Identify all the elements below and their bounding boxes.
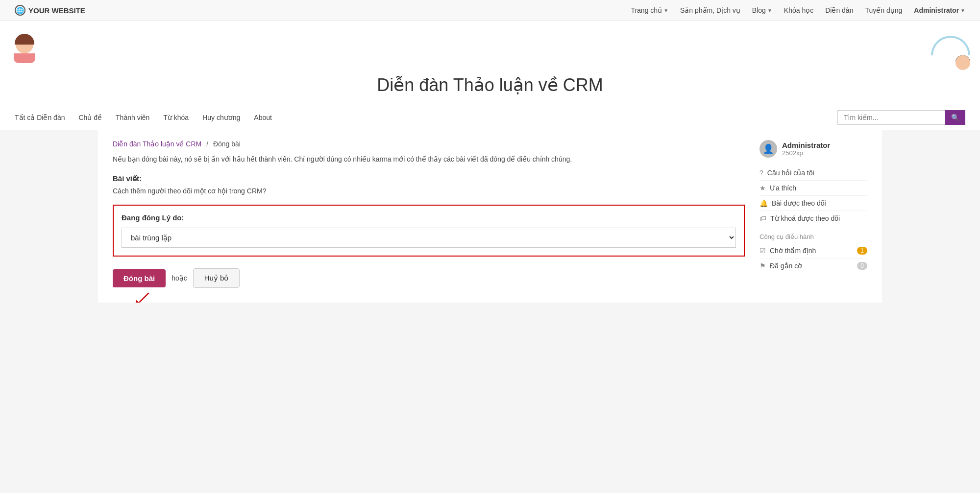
main-content: Diễn đàn Thảo luận về CRM / Đóng bài Nếu…	[113, 140, 745, 293]
sidebar-label-ua-thich: Ưa thích	[770, 184, 796, 192]
sub-nav-topics[interactable]: Chủ đề	[78, 114, 102, 121]
sub-nav-about[interactable]: About	[254, 114, 272, 121]
da-gan-co-badge: 0	[857, 262, 867, 270]
close-reason-select[interactable]: bài trùng lặp spam nội dung không phù hợ…	[122, 228, 736, 248]
question-icon: ?	[760, 169, 763, 177]
buttons-row: Đóng bài hoặc Huỷ bỏ	[113, 268, 745, 288]
logo-text: YOUR WEBSITE	[28, 6, 85, 15]
bell-icon: 🔔	[760, 199, 768, 207]
forum-header: Diễn đàn Thảo luận về CRM	[0, 21, 980, 105]
red-arrow-icon	[130, 289, 155, 303]
breadcrumb-parent[interactable]: Diễn đàn Thảo luận về CRM	[113, 140, 201, 148]
search-input[interactable]	[837, 110, 945, 125]
nav-san-pham[interactable]: Sản phẩm, Dịch vụ	[680, 6, 740, 14]
sidebar-label-cau-hoi: Câu hỏi của tôi	[767, 169, 814, 177]
sub-nav: Tất cả Diễn đàn Chủ đề Thành viên Từ khó…	[0, 105, 980, 130]
nav-admin[interactable]: Administrator ▼	[914, 6, 965, 14]
sub-nav-all-forums[interactable]: Tất cả Diễn đàn	[15, 114, 65, 121]
sidebar-item-theo-doi[interactable]: 🔔 Bài được theo dõi	[760, 196, 867, 211]
avatar-female	[10, 36, 39, 70]
sidebar-xp: 2502xp	[782, 149, 830, 157]
avatar-body	[14, 53, 35, 63]
nav-tuyen-dung[interactable]: Tuyển dụng	[865, 6, 902, 14]
arrow-indicator	[130, 289, 155, 303]
sub-nav-badges[interactable]: Huy chương	[202, 114, 240, 121]
avatar-male	[931, 36, 970, 70]
sidebar-item-cau-hoi[interactable]: ? Câu hỏi của tôi	[760, 165, 867, 181]
sub-nav-members[interactable]: Thành viên	[116, 114, 149, 121]
top-nav: 🌐 YOUR WEBSITE Trang chủ ▼ Sản phẩm, Dịc…	[0, 0, 980, 21]
search-box: 🔍	[837, 110, 965, 125]
sidebar-item-ua-thich[interactable]: ★ Ưa thích	[760, 181, 867, 196]
svg-line-1	[137, 293, 149, 303]
huy-bo-button[interactable]: Huỷ bỏ	[193, 268, 240, 288]
close-description: Nếu bạn đóng bài này, nó sẽ bị ẩn với hầ…	[113, 154, 745, 164]
main-layout: Diễn đàn Thảo luận về CRM / Đóng bài Nếu…	[98, 130, 882, 303]
dong-bai-button[interactable]: Đóng bài	[113, 269, 166, 287]
star-icon: ★	[760, 184, 766, 192]
breadcrumb-separator: /	[206, 140, 208, 148]
close-reason-box: Đang đóng Lý do: bài trùng lặp spam nội …	[113, 205, 745, 257]
sidebar-label-theo-doi: Bài được theo dõi	[772, 199, 826, 207]
dropdown-arrow: ▼	[663, 8, 668, 13]
sidebar: 👤 Administrator 2502xp ? Câu hỏi của tôi…	[760, 140, 867, 293]
sidebar-item-da-gan-co[interactable]: ⚑ Đã gắn cờ 0	[760, 258, 867, 273]
avatar: 👤	[760, 140, 777, 158]
sidebar-section-title: Công cụ điều hành	[760, 233, 867, 240]
bai-viet-text: Cách thêm người theo dõi một cơ hội tron…	[113, 187, 745, 195]
avatar-head	[16, 36, 33, 53]
check-icon: ☑	[760, 247, 766, 255]
sidebar-item-cho-tham-dinh[interactable]: ☑ Chờ thẩm định 1	[760, 243, 867, 258]
nav-links: Trang chủ ▼ Sản phẩm, Dịch vụ Blog ▼ Khó…	[631, 6, 965, 14]
search-button[interactable]: 🔍	[945, 110, 965, 125]
sub-nav-links: Tất cả Diễn đàn Chủ đề Thành viên Từ khó…	[15, 114, 272, 121]
dropdown-arrow: ▼	[960, 8, 965, 13]
nav-khoa-hoc[interactable]: Khóa học	[784, 6, 813, 14]
close-reason-label: Đang đóng Lý do:	[122, 213, 736, 222]
search-icon: 🔍	[951, 114, 959, 121]
person-icon: 👤	[763, 143, 774, 154]
breadcrumb: Diễn đàn Thảo luận về CRM / Đóng bài	[113, 140, 745, 148]
breadcrumb-current: Đóng bài	[213, 140, 241, 148]
or-text: hoặc	[172, 274, 187, 282]
sidebar-item-tu-khoa[interactable]: 🏷 Từ khoá được theo dõi	[760, 211, 867, 226]
flag-icon: ⚑	[760, 262, 766, 270]
sidebar-label-tu-khoa: Từ khoá được theo dõi	[770, 214, 840, 222]
sidebar-profile: 👤 Administrator 2502xp	[760, 140, 867, 158]
avatar-group	[10, 36, 970, 70]
site-logo[interactable]: 🌐 YOUR WEBSITE	[15, 5, 85, 16]
sidebar-label-cho-tham-dinh: Chờ thẩm định	[770, 247, 816, 255]
bai-viet-label: Bài viết:	[113, 174, 745, 183]
forum-title: Diễn đàn Thảo luận về CRM	[10, 75, 970, 95]
sidebar-username: Administrator	[782, 141, 830, 149]
tag-icon: 🏷	[760, 214, 766, 222]
nav-dien-dan[interactable]: Diễn đàn	[825, 6, 853, 14]
nav-blog[interactable]: Blog ▼	[752, 6, 772, 14]
sub-nav-keywords[interactable]: Từ khóa	[163, 114, 189, 121]
sidebar-label-da-gan-co: Đã gắn cờ	[770, 262, 802, 270]
globe-icon: 🌐	[15, 5, 25, 16]
nav-trang-chu[interactable]: Trang chủ ▼	[631, 6, 668, 14]
avatar-arc	[931, 36, 970, 55]
cho-tham-dinh-badge: 1	[857, 247, 867, 255]
avatar-head2	[956, 55, 970, 70]
dropdown-arrow: ▼	[767, 8, 772, 13]
avatar-hair	[15, 34, 34, 45]
